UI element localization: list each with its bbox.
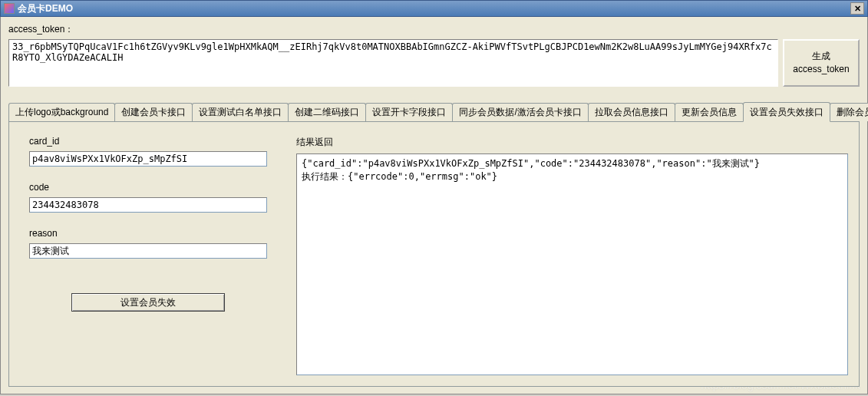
reason-input[interactable] xyxy=(29,243,267,259)
tab-create-member-card[interactable]: 创建会员卡接口 xyxy=(114,103,193,121)
titlebar: 会员卡DEMO ✕ xyxy=(0,0,868,17)
set-invalid-button[interactable]: 设置会员失效 xyxy=(71,293,225,312)
generate-token-button[interactable]: 生成 access_token xyxy=(783,39,860,87)
access-token-label: access_token： xyxy=(8,23,860,36)
token-row: 33_r6pbMSyTQPqUcaV1Fc1h6tZGVyv9KLv9gle1W… xyxy=(8,39,860,87)
window-title: 会员卡DEMO xyxy=(18,2,850,15)
card-id-input[interactable] xyxy=(29,151,267,167)
tab-update-member-info[interactable]: 更新会员信息 xyxy=(675,103,744,121)
reason-label: reason xyxy=(29,228,282,239)
tab-panel: card_id code reason 设置会员失效 结果返回 {"card_i… xyxy=(8,121,860,387)
code-label: code xyxy=(29,182,282,193)
tab-delete-member-card[interactable]: 删除会员卡 xyxy=(830,103,868,121)
tab-set-whitelist[interactable]: 设置测试白名单接口 xyxy=(192,103,289,121)
tab-container: 上传logo或background 创建会员卡接口 设置测试白名单接口 创建二维… xyxy=(8,102,860,387)
tab-upload-logo[interactable]: 上传logo或background xyxy=(8,103,115,121)
tab-set-card-fields[interactable]: 设置开卡字段接口 xyxy=(365,103,453,121)
form-column: card_id code reason 设置会员失效 xyxy=(9,122,293,386)
result-column: 结果返回 {"card_id":"p4av8viWsPXx1VkOFxZp_sM… xyxy=(293,122,859,386)
access-token-textarea[interactable]: 33_r6pbMSyTQPqUcaV1Fc1h6tZGVyv9KLv9gle1W… xyxy=(8,39,778,87)
app-icon xyxy=(4,3,15,14)
close-icon[interactable]: ✕ xyxy=(850,2,864,15)
tab-sync-member-data[interactable]: 同步会员数据/激活会员卡接口 xyxy=(452,103,588,121)
tab-strip: 上传logo或background 创建会员卡接口 设置测试白名单接口 创建二维… xyxy=(8,102,860,121)
tab-set-member-invalid[interactable]: 设置会员失效接口 xyxy=(743,102,830,122)
card-id-label: card_id xyxy=(29,136,282,147)
tab-create-qrcode[interactable]: 创建二维码接口 xyxy=(288,103,366,121)
result-textarea[interactable]: {"card_id":"p4av8viWsPXx1VkOFxZp_sMpZfSI… xyxy=(296,153,848,375)
window-body: access_token： 33_r6pbMSyTQPqUcaV1Fc1h6tZ… xyxy=(0,17,868,394)
result-label: 结果返回 xyxy=(296,136,848,149)
tab-get-member-info[interactable]: 拉取会员信息接口 xyxy=(588,103,675,121)
code-input[interactable] xyxy=(29,197,267,213)
